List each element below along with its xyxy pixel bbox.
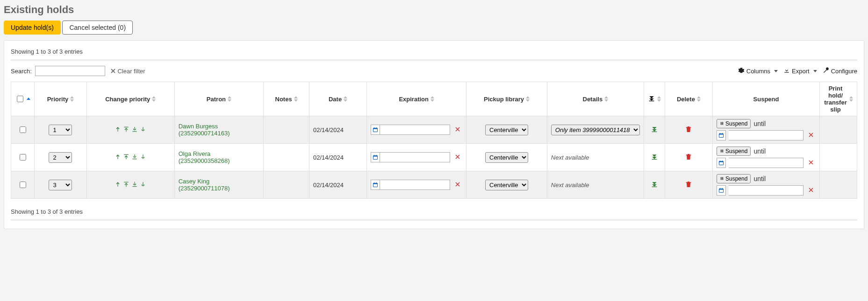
move-bottom-icon[interactable] [131, 181, 138, 188]
clear-filter-label: Clear filter [117, 68, 145, 75]
col-patron[interactable]: Patron [174, 82, 264, 116]
calendar-icon[interactable] [717, 158, 726, 168]
col-priority[interactable]: Priority [35, 82, 87, 116]
suspend-until-input[interactable] [729, 158, 803, 168]
delete-icon[interactable] [685, 127, 692, 134]
pickup-library-select[interactable]: Centerville [485, 180, 528, 190]
col-delete-label: Delete [677, 96, 695, 103]
move-top-icon[interactable] [123, 154, 129, 160]
svg-rect-0 [649, 100, 654, 101]
clear-expiration-icon[interactable] [453, 154, 462, 161]
patron-link[interactable]: Olga Rivera [179, 150, 211, 157]
configure-link[interactable]: Configure [823, 67, 857, 75]
col-change-priority[interactable]: Change priority [86, 82, 174, 116]
col-checkbox[interactable] [11, 82, 35, 116]
columns-label: Columns [746, 68, 770, 75]
col-patron-label: Patron [207, 96, 226, 103]
move-up-icon[interactable] [115, 181, 121, 188]
pickup-library-select[interactable]: Centerville [485, 125, 528, 135]
clear-suspend-icon[interactable] [806, 132, 816, 139]
move-up-icon[interactable] [115, 154, 121, 160]
col-change-priority-label: Change priority [105, 96, 150, 103]
details-select[interactable]: Only item 39999000011418 [551, 125, 640, 135]
select-all-checkbox[interactable] [17, 96, 23, 102]
calendar-icon[interactable] [371, 180, 380, 190]
delete-icon[interactable] [685, 182, 692, 189]
move-up-icon[interactable] [115, 126, 121, 133]
svg-rect-30 [373, 183, 378, 184]
move-down-icon[interactable] [140, 154, 146, 160]
move-bottom-icon[interactable] [131, 126, 138, 133]
columns-dropdown[interactable]: Columns [738, 67, 778, 75]
col-lowest-priority[interactable] [644, 82, 665, 116]
col-print-slip[interactable]: Print hold/ transfer slip [820, 82, 857, 116]
move-down-icon[interactable] [140, 181, 146, 188]
clear-expiration-icon[interactable] [453, 126, 462, 133]
col-delete[interactable]: Delete [665, 82, 712, 116]
configure-label: Configure [831, 68, 857, 75]
update-holds-button[interactable]: Update hold(s) [4, 21, 61, 35]
svg-rect-37 [719, 189, 724, 190]
clear-suspend-icon[interactable] [806, 187, 816, 194]
delete-icon[interactable] [685, 155, 692, 162]
svg-rect-21 [721, 150, 722, 153]
search-input[interactable] [35, 66, 105, 76]
patron-code: (23529000711078) [179, 185, 230, 192]
print-slip-cell [820, 171, 857, 199]
search-label: Search: [11, 68, 32, 75]
until-label: until [753, 175, 766, 182]
svg-rect-32 [376, 182, 377, 184]
col-date[interactable]: Date [309, 82, 366, 116]
suspend-until-input[interactable] [729, 185, 803, 196]
clear-filter-link[interactable]: Clear filter [111, 68, 145, 75]
col-pickup[interactable]: Pickup library [466, 82, 547, 116]
row-checkbox[interactable] [20, 182, 26, 188]
priority-select[interactable]: 1 [49, 125, 72, 135]
svg-rect-27 [124, 182, 129, 182]
col-notes[interactable]: Notes [264, 82, 309, 116]
priority-select[interactable]: 3 [49, 180, 72, 190]
pickup-library-select[interactable]: Centerville [485, 152, 528, 163]
row-checkbox[interactable] [20, 126, 26, 133]
clear-suspend-icon[interactable] [806, 160, 816, 167]
pause-icon [720, 175, 724, 182]
col-pickup-label: Pickup library [484, 96, 524, 103]
calendar-icon[interactable] [717, 185, 726, 196]
move-bottom-icon[interactable] [131, 154, 138, 160]
lowest-priority-icon[interactable] [651, 182, 658, 189]
col-details[interactable]: Details [547, 82, 644, 116]
patron-link[interactable]: Casey King [179, 178, 209, 185]
svg-rect-9 [722, 122, 723, 125]
suspend-button[interactable]: Suspend [717, 174, 751, 183]
suspend-button[interactable]: Suspend [717, 147, 751, 156]
calendar-icon[interactable] [371, 125, 380, 135]
patron-link[interactable]: Dawn Burgess [179, 123, 218, 130]
calendar-icon[interactable] [371, 152, 380, 162]
expiration-input[interactable] [380, 152, 450, 162]
col-notes-label: Notes [275, 96, 292, 103]
move-top-icon[interactable] [123, 181, 129, 188]
lowest-priority-icon[interactable] [651, 155, 658, 162]
gear-icon [738, 67, 745, 75]
clear-expiration-icon[interactable] [453, 182, 462, 189]
col-suspend[interactable]: Suspend [713, 82, 820, 116]
move-down-icon[interactable] [140, 126, 146, 133]
expiration-input[interactable] [380, 125, 450, 135]
suspend-button-label: Suspend [725, 120, 747, 127]
expiration-input[interactable] [380, 180, 450, 190]
separator [11, 220, 857, 220]
priority-select[interactable]: 2 [49, 152, 72, 163]
row-checkbox[interactable] [20, 154, 26, 161]
move-top-icon[interactable] [123, 126, 129, 133]
export-dropdown[interactable]: Export [783, 67, 817, 75]
holds-table: Priority Change priority Patron Notes [11, 82, 857, 199]
lowest-priority-icon[interactable] [651, 127, 658, 134]
col-priority-label: Priority [47, 96, 69, 103]
separator [11, 60, 857, 60]
calendar-icon[interactable] [717, 130, 726, 140]
svg-rect-26 [722, 161, 723, 162]
cancel-selected-button[interactable]: Cancel selected (0) [62, 21, 133, 35]
suspend-button[interactable]: Suspend [717, 119, 751, 128]
col-expiration[interactable]: Expiration [367, 82, 466, 116]
suspend-until-input[interactable] [729, 130, 803, 140]
